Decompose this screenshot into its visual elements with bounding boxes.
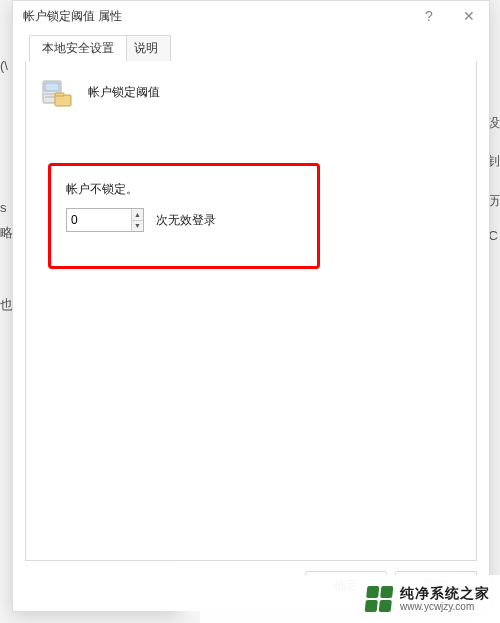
watermark-logo-icon — [365, 586, 394, 612]
tab-strip: 本地安全设置 说明 — [25, 35, 477, 62]
bg-text: s — [0, 200, 7, 215]
spinner-up-button[interactable]: ▲ — [132, 209, 143, 220]
window-title: 帐户锁定阈值 属性 — [23, 8, 409, 25]
watermark: 纯净系统之家 www.ycwjzy.com — [200, 575, 500, 623]
bg-text: C — [489, 228, 498, 243]
bg-text: (\ — [0, 58, 8, 73]
lockout-settings: 帐户不锁定。 ▲ ▼ 次无效登录 — [66, 181, 216, 232]
spinner-down-button[interactable]: ▼ — [132, 220, 143, 232]
svg-rect-1 — [45, 83, 59, 91]
tab-description[interactable]: 说明 — [121, 35, 171, 61]
lockout-threshold-row: ▲ ▼ 次无效登录 — [66, 208, 216, 232]
watermark-url: www.ycwjzy.com — [400, 601, 490, 612]
lockout-threshold-input[interactable] — [67, 209, 131, 231]
policy-header: 帐户锁定阈值 — [26, 61, 476, 119]
lockout-threshold-spinner[interactable]: ▲ ▼ — [66, 208, 144, 232]
tab-panel-local-security: 帐户锁定阈值 帐户不锁定。 ▲ ▼ 次无效登录 — [25, 61, 477, 561]
close-button[interactable]: ✕ — [449, 1, 489, 31]
svg-rect-5 — [55, 93, 64, 96]
properties-dialog: 帐户锁定阈值 属性 ? ✕ 本地安全设置 说明 帐户锁定阈值 帐户不锁定。 — [12, 0, 490, 612]
policy-title: 帐户锁定阈值 — [88, 84, 160, 101]
lockout-threshold-suffix: 次无效登录 — [156, 212, 216, 229]
tab-local-security[interactable]: 本地安全设置 — [29, 35, 127, 62]
help-button[interactable]: ? — [409, 1, 449, 31]
title-bar: 帐户锁定阈值 属性 ? ✕ — [13, 1, 489, 31]
svg-rect-4 — [55, 95, 71, 106]
lockout-status-text: 帐户不锁定。 — [66, 181, 216, 198]
policy-server-icon — [40, 75, 74, 109]
watermark-title: 纯净系统之家 — [400, 586, 490, 601]
